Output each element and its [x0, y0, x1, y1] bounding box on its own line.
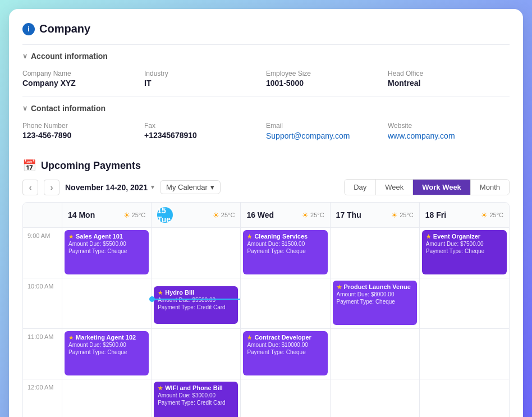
- cell-9am-wed[interactable]: ★ Cleaning Services Amount Due: $1500.00…: [241, 228, 330, 278]
- fax-label: Fax: [144, 122, 266, 130]
- cell-10am-mon[interactable]: [62, 278, 152, 329]
- company-name-label: Company Name: [22, 70, 144, 77]
- event-amount: Amount Due: $3000.00: [158, 392, 234, 398]
- temp-wed: 25°C: [310, 212, 324, 218]
- day-header-wed: 16 Wed ☀ 25°C: [241, 203, 330, 227]
- sun-icon-tue: ☀: [213, 211, 219, 219]
- event-hydro-bill[interactable]: ★ Hydro Bill Amount Due: $5500.00 Paymen…: [154, 286, 238, 324]
- head-office-value: Montreal: [388, 79, 510, 88]
- cell-11am-fri[interactable]: [420, 329, 509, 379]
- account-fields-row: Company Name Company XYZ Industry IT Emp…: [22, 67, 510, 90]
- website-label: Website: [388, 122, 510, 130]
- event-payment: Payment Type: Cheque: [247, 349, 323, 355]
- my-calendar-caret: ▾: [210, 183, 214, 191]
- contact-section-toggle[interactable]: ∨ Contact information: [22, 104, 510, 113]
- weather-thu: ☀ 25°C: [391, 211, 414, 219]
- event-cleaning-services[interactable]: ★ Cleaning Services Amount Due: $1500.00…: [243, 230, 327, 274]
- time-label-11am: 11:00 AM: [23, 329, 62, 379]
- email-value[interactable]: Support@company.com: [266, 131, 350, 140]
- calendar-icon: 📅: [22, 159, 36, 172]
- cell-10am-wed[interactable]: [241, 278, 330, 329]
- event-name: ★ Product Launch Venue: [337, 283, 413, 290]
- date-range-button[interactable]: November 14-20, 2021 ▾: [65, 183, 154, 192]
- event-product-launch[interactable]: ★ Product Launch Venue Amount Due: $8000…: [333, 281, 417, 325]
- calendar-toolbar: ‹ › November 14-20, 2021 ▾ My Calendar ▾…: [22, 179, 510, 195]
- company-name-field: Company Name Company XYZ: [22, 67, 144, 90]
- calendar-header-row: 14 Mon ☀ 25°C 15 Tue ☀ 25°C 16 Wed ☀ 25°…: [23, 203, 509, 228]
- cell-9am-thu[interactable]: [331, 228, 420, 278]
- sun-icon-thu: ☀: [391, 211, 398, 219]
- time-label-9am: 9:00 AM: [23, 228, 62, 278]
- fax-value: +12345678910: [144, 131, 266, 140]
- phone-label: Phone Number: [22, 122, 144, 130]
- head-office-label: Head Office: [388, 70, 510, 77]
- cell-12am-fri[interactable]: [420, 379, 509, 417]
- event-name: ★ Sales Agent 101: [68, 233, 145, 240]
- account-section-label: Account information: [31, 52, 108, 61]
- event-name: ★ Marketing Agent 102: [68, 334, 145, 341]
- fax-field: Fax +12345678910: [144, 120, 266, 143]
- tab-day[interactable]: Day: [345, 180, 376, 195]
- cell-11am-wed[interactable]: ★ Contract Developer Amount Due: $10000.…: [241, 329, 330, 379]
- cell-9am-tue[interactable]: [152, 228, 241, 278]
- weather-mon: ☀ 25°C: [123, 211, 146, 219]
- cell-11am-mon[interactable]: ★ Marketing Agent 102 Amount Due: $2500.…: [62, 329, 152, 379]
- event-payment: Payment Type: Credit Card: [158, 304, 234, 310]
- event-payment: Payment Type: Cheque: [68, 349, 145, 355]
- event-sales-agent[interactable]: ★ Sales Agent 101 Amount Due: $5500.00 P…: [65, 230, 149, 274]
- event-wifi-phone-bill[interactable]: ★ WIFI and Phone Bill Amount Due: $3000.…: [154, 382, 238, 417]
- time-label-12am: 12:00 AM: [23, 379, 62, 417]
- time-row-11am: 11:00 AM ★ Marketing Agent 102 Amount Du…: [23, 329, 509, 379]
- tab-work-week[interactable]: Work Week: [413, 180, 471, 195]
- day-header-fri: 18 Fri ☀ 25°C: [420, 203, 509, 227]
- event-amount: Amount Due: $8000.00: [337, 291, 413, 297]
- event-marketing-agent[interactable]: ★ Marketing Agent 102 Amount Due: $2500.…: [65, 331, 149, 375]
- cell-10am-fri[interactable]: [420, 278, 509, 329]
- day-header-mon: 14 Mon ☀ 25°C: [62, 203, 152, 227]
- industry-label: Industry: [144, 70, 266, 77]
- temp-thu: 25°C: [400, 212, 414, 218]
- cell-9am-mon[interactable]: ★ Sales Agent 101 Amount Due: $5500.00 P…: [62, 228, 152, 278]
- phone-field: Phone Number 123-456-7890: [22, 120, 144, 143]
- email-field: Email Support@company.com: [266, 120, 388, 143]
- day-num-wed: 16 Wed: [246, 210, 274, 219]
- event-payment: Payment Type: Cheque: [247, 248, 323, 254]
- cell-12am-mon[interactable]: [62, 379, 152, 417]
- event-amount: Amount Due: $10000.00: [247, 342, 323, 348]
- my-calendar-button[interactable]: My Calendar ▾: [160, 180, 221, 194]
- chevron-icon-2: ∨: [22, 104, 27, 112]
- cell-10am-tue[interactable]: ★ Hydro Bill Amount Due: $5500.00 Paymen…: [152, 278, 241, 329]
- date-range-caret: ▾: [151, 184, 154, 191]
- prev-button[interactable]: ‹: [22, 180, 38, 195]
- upcoming-title: Upcoming Payments: [41, 160, 141, 172]
- next-button[interactable]: ›: [44, 180, 59, 195]
- event-contract-developer[interactable]: ★ Contract Developer Amount Due: $10000.…: [243, 331, 327, 375]
- weather-wed: ☀ 25°C: [302, 211, 324, 219]
- event-amount: Amount Due: $2500.00: [68, 342, 145, 348]
- event-amount: Amount Due: $1500.00: [247, 241, 323, 247]
- event-event-organizer[interactable]: ★ Event Organizer Amount Due: $7500.00 P…: [422, 230, 507, 274]
- cell-11am-thu[interactable]: [331, 329, 420, 379]
- event-name: ★ Cleaning Services: [247, 233, 323, 240]
- cell-9am-fri[interactable]: ★ Event Organizer Amount Due: $7500.00 P…: [420, 228, 509, 278]
- event-amount: Amount Due: $5500.00: [68, 241, 145, 247]
- industry-value: IT: [144, 79, 266, 88]
- website-value[interactable]: www.company.com: [388, 131, 455, 140]
- event-payment: Payment Type: Cheque: [337, 299, 413, 305]
- tab-month[interactable]: Month: [471, 180, 509, 195]
- date-range-label: November 14-20, 2021: [65, 183, 148, 192]
- cell-12am-thu[interactable]: [331, 379, 420, 417]
- email-label: Email: [266, 122, 388, 130]
- cell-10am-thu[interactable]: ★ Product Launch Venue Amount Due: $8000…: [331, 278, 420, 329]
- cell-11am-tue[interactable]: [152, 329, 241, 379]
- employee-size-value: 1001-5000: [266, 79, 388, 88]
- tab-week[interactable]: Week: [376, 180, 413, 195]
- cell-12am-tue[interactable]: ★ WIFI and Phone Bill Amount Due: $3000.…: [152, 379, 241, 417]
- account-section-toggle[interactable]: ∨ Account information: [22, 52, 510, 61]
- cell-12am-wed[interactable]: [241, 379, 330, 417]
- chevron-icon: ∨: [22, 52, 27, 60]
- employee-size-field: Employee Size 1001-5000: [266, 67, 388, 90]
- company-title: Company: [39, 22, 90, 35]
- event-name: ★ Event Organizer: [426, 233, 503, 240]
- weather-tue: ☀ 25°C: [213, 211, 235, 219]
